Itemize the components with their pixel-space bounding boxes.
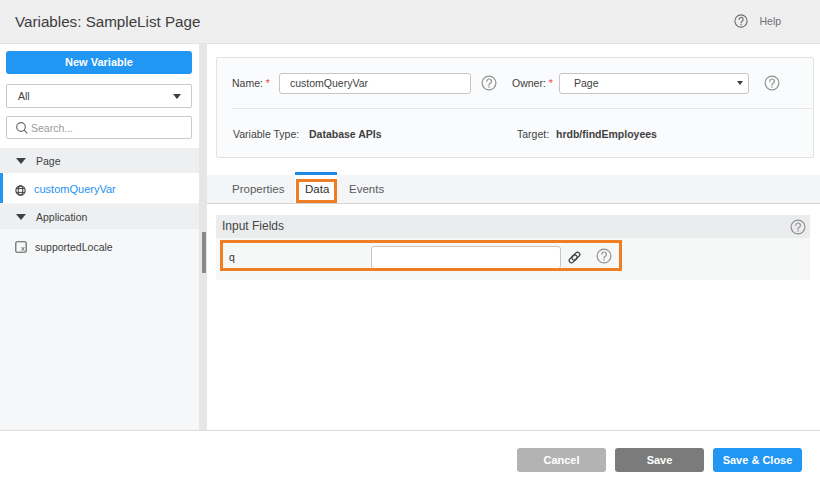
svg-text:x: x <box>20 244 24 253</box>
